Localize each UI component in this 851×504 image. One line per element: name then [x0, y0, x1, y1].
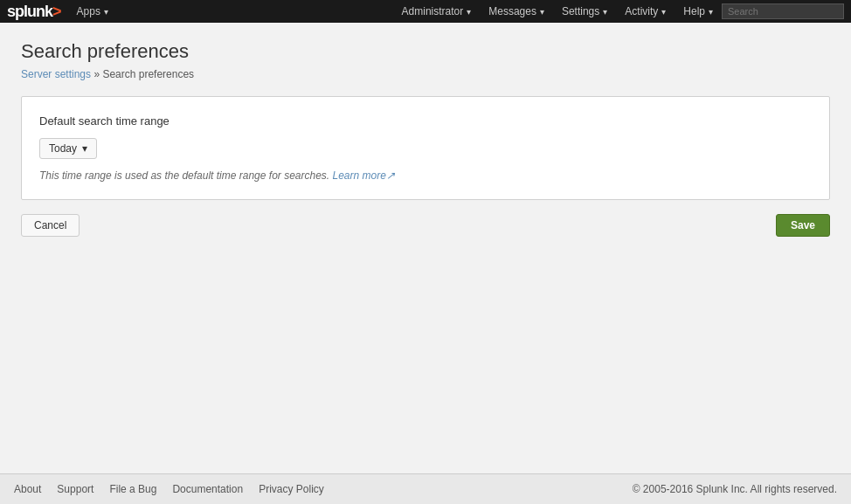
nav-item-apps[interactable]: Apps ▾ [68, 0, 117, 23]
nav-label-messages: Messages [488, 5, 536, 17]
nav-label-administrator: Administrator [402, 5, 464, 17]
nav-label-settings: Settings [562, 5, 599, 17]
dropdown-arrow-icon: ▾ [82, 142, 87, 155]
action-row: Cancel Save [21, 214, 830, 237]
brand[interactable]: splunk> [7, 3, 61, 21]
breadcrumb-link[interactable]: Server settings [21, 68, 91, 80]
footer-link-about[interactable]: About [14, 483, 41, 495]
nav-arrow-messages: ▾ [540, 7, 544, 17]
search-input[interactable] [722, 3, 844, 19]
footer-links: About Support File a Bug Documentation P… [14, 483, 324, 495]
splunk-gt: > [52, 3, 61, 20]
breadcrumb-separator: » [91, 68, 102, 80]
navbar: splunk> Apps ▾ Administrator ▾ Messages … [0, 0, 851, 23]
external-link-icon: ↗ [386, 169, 395, 182]
time-range-dropdown[interactable]: Today ▾ [39, 138, 97, 159]
section-title: Default search time range [39, 114, 812, 128]
cancel-button[interactable]: Cancel [21, 214, 80, 237]
nav-label-activity: Activity [625, 5, 658, 17]
nav-item-activity[interactable]: Activity ▾ [616, 0, 675, 23]
nav-arrow-activity: ▾ [661, 7, 666, 17]
footer-link-support[interactable]: Support [57, 483, 93, 495]
nav-label-help: Help [683, 5, 705, 17]
save-button[interactable]: Save [776, 214, 830, 237]
nav-arrow-help: ▾ [709, 7, 713, 17]
nav-item-help[interactable]: Help ▾ [675, 0, 722, 23]
main-content: Search preferences Server settings » Sea… [0, 23, 851, 473]
breadcrumb: Server settings » Search preferences [21, 68, 830, 80]
nav-item-administrator[interactable]: Administrator ▾ [393, 0, 481, 23]
dropdown-label: Today [49, 142, 77, 155]
footer-link-privacy-policy[interactable]: Privacy Policy [259, 483, 324, 495]
footer-copyright: © 2005-2016 Splunk Inc. All rights reser… [633, 483, 837, 495]
learn-more-link[interactable]: Learn more↗ [333, 169, 395, 182]
nav-arrow-settings: ▾ [603, 7, 607, 17]
learn-more-label: Learn more [333, 169, 386, 182]
nav-arrow-apps: ▾ [104, 7, 108, 17]
page-title: Search preferences [21, 40, 830, 63]
preferences-card: Default search time range Today ▾ This t… [21, 96, 830, 200]
breadcrumb-current: Search preferences [102, 68, 194, 80]
footer-link-documentation[interactable]: Documentation [172, 483, 243, 495]
nav-label-apps: Apps [77, 5, 100, 17]
nav-arrow-administrator: ▾ [467, 7, 471, 17]
nav-item-settings[interactable]: Settings ▾ [553, 0, 616, 23]
splunk-logo: splunk> [7, 3, 61, 21]
help-text-content: This time range is used as the default t… [39, 169, 329, 182]
nav-item-messages[interactable]: Messages ▾ [480, 0, 553, 23]
footer: About Support File a Bug Documentation P… [0, 473, 851, 504]
help-text: This time range is used as the default t… [39, 169, 812, 182]
footer-link-file-a-bug[interactable]: File a Bug [109, 483, 156, 495]
